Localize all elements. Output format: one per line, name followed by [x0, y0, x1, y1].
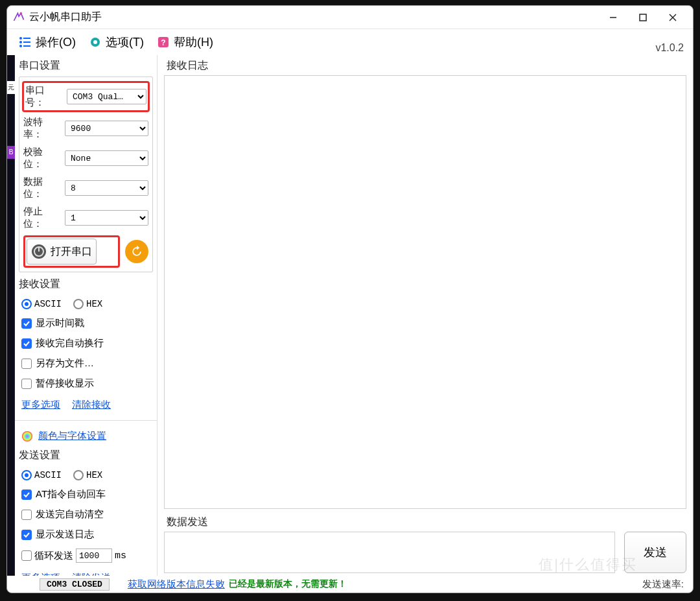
check-auto-clear-send[interactable] [21, 510, 32, 520]
check-pause-recv[interactable] [21, 379, 32, 389]
section-send-settings: 发送设置 [19, 449, 153, 462]
svg-point-12 [93, 40, 97, 44]
section-port-settings: 串口设置 [19, 59, 153, 73]
label-parity: 校验位： [23, 146, 61, 171]
svg-rect-2 [640, 14, 646, 21]
select-stopbits[interactable]: 1 [65, 210, 148, 226]
check-at-cr[interactable] [21, 489, 32, 500]
svg-point-18 [22, 430, 32, 441]
power-icon [31, 244, 47, 259]
svg-point-5 [19, 37, 22, 40]
color-wheel-icon [21, 430, 33, 442]
version-label: v1.0.2 [655, 42, 684, 54]
status-latest: 已经是最新版本，无需更新！ [229, 578, 347, 590]
svg-rect-6 [23, 38, 30, 39]
label-cycle-unit: ms [115, 550, 126, 561]
label-timestamp: 显示时间戳 [36, 317, 84, 329]
menu-options-label: 选项(T) [106, 34, 144, 50]
radio-recv-hex[interactable]: HEX [73, 299, 102, 309]
menu-options[interactable]: 选项(T) [82, 32, 150, 53]
check-cycle-send[interactable] [21, 550, 32, 561]
minimize-button[interactable] [598, 8, 628, 27]
svg-rect-10 [23, 45, 30, 47]
refresh-icon [130, 245, 143, 258]
svg-point-9 [19, 45, 22, 47]
menu-operate-label: 操作(O) [36, 34, 76, 50]
link-clear-recv[interactable]: 清除接收 [72, 399, 111, 411]
divider [15, 420, 157, 421]
label-cycle-send: 循环发送 [34, 550, 73, 562]
background-strip: 元 B [7, 55, 15, 576]
list-icon [19, 36, 32, 49]
statusbar: COM3 CLOSED 获取网络版本信息失败 已经是最新版本，无需更新！ 发送速… [7, 576, 693, 593]
svg-rect-8 [23, 41, 30, 43]
select-port[interactable]: COM3 Qual… [67, 89, 146, 104]
open-port-button[interactable]: 打开串口 [27, 239, 97, 265]
label-pause-recv: 暂停接收显示 [36, 377, 94, 390]
recv-log-textarea[interactable] [164, 75, 686, 509]
select-parity[interactable]: None [65, 150, 148, 166]
svg-text:?: ? [161, 38, 165, 47]
radio-send-hex[interactable]: HEX [73, 470, 102, 480]
status-send-rate: 发送速率: [642, 578, 684, 591]
svg-point-7 [19, 41, 22, 43]
radio-recv-ascii[interactable]: ASCII [21, 299, 62, 309]
help-icon: ? [157, 36, 170, 49]
app-icon [12, 11, 25, 24]
open-port-label: 打开串口 [51, 245, 92, 259]
label-stopbits: 停止位： [23, 206, 61, 230]
status-net-version[interactable]: 获取网络版本信息失败 [128, 578, 225, 591]
label-show-send-log: 显示发送日志 [36, 528, 94, 541]
check-timestamp[interactable] [21, 318, 32, 329]
body: 元 B 串口设置 串口号： COM3 Qual… 波特率： 9600 校验位： [7, 55, 693, 576]
check-auto-newline[interactable] [21, 338, 32, 349]
select-databits[interactable]: 8 [65, 180, 148, 196]
label-auto-newline: 接收完自动换行 [36, 337, 104, 349]
sidebar: 串口设置 串口号： COM3 Qual… 波特率： 9600 校验位： None [15, 55, 158, 576]
section-recv-settings: 接收设置 [19, 277, 153, 291]
menu-help[interactable]: ? 帮助(H) [150, 32, 220, 53]
menubar: 操作(O) 选项(T) ? 帮助(H) v1.0.2 [7, 29, 693, 55]
label-port: 串口号： [25, 84, 63, 109]
window-title: 云小帆串口助手 [29, 10, 598, 24]
gear-icon [89, 36, 102, 49]
label-databits: 数据位： [23, 176, 61, 200]
highlight-port-row: 串口号： COM3 Qual… [22, 81, 150, 112]
label-recv-log: 接收日志 [167, 59, 686, 73]
svg-point-0 [20, 12, 22, 14]
select-baud[interactable]: 9600 [65, 121, 148, 136]
label-at-cr: AT指令自动回车 [36, 488, 106, 501]
link-recv-more[interactable]: 更多选项 [21, 399, 60, 411]
label-save-as-file: 另存为文件… [36, 357, 94, 370]
app-window: 云小帆串口助手 操作(O) 选项(T) ? 帮助(H) v1.0.2 元 B 串… [6, 5, 694, 593]
send-data-textarea[interactable] [164, 532, 615, 573]
label-auto-clear-send: 发送完自动清空 [36, 508, 104, 521]
refresh-ports-button[interactable] [125, 240, 148, 263]
status-port: COM3 CLOSED [40, 578, 110, 591]
port-settings-group: 串口号： COM3 Qual… 波特率： 9600 校验位： None 数据位：… [19, 77, 153, 272]
titlebar: 云小帆串口助手 [7, 6, 693, 29]
close-button[interactable] [658, 8, 688, 27]
link-color-font[interactable]: 颜色与字体设置 [38, 430, 106, 442]
menu-operate[interactable]: 操作(O) [12, 32, 82, 53]
menu-help-label: 帮助(H) [174, 34, 213, 50]
main-area: 接收日志 数据发送 发送 [158, 55, 693, 576]
maximize-button[interactable] [628, 8, 658, 27]
input-cycle-ms[interactable] [76, 548, 112, 563]
label-send-data: 数据发送 [167, 515, 686, 529]
check-save-as-file[interactable] [21, 359, 32, 369]
send-button[interactable]: 发送 [624, 532, 686, 573]
radio-send-ascii[interactable]: ASCII [21, 470, 62, 480]
label-baud: 波特率： [23, 116, 61, 141]
check-show-send-log[interactable] [21, 530, 32, 540]
